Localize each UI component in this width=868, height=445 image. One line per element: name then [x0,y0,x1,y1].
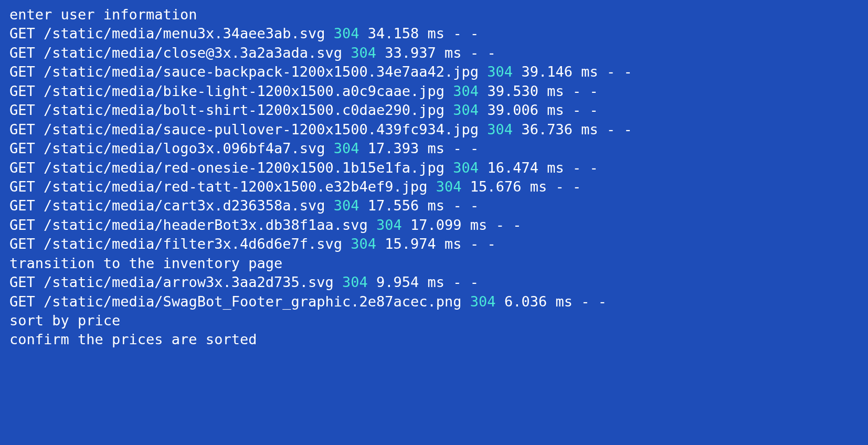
response-time: 17.393 ms [368,140,444,156]
request-path: /static/media/red-tatt-1200x1500.e32b4ef… [44,178,428,195]
response-time: 39.146 ms [521,63,598,80]
response-time: 39.006 ms [487,102,564,118]
request-path: /static/media/menu3x.34aee3ab.svg [44,25,325,41]
http-method: GET [9,63,35,80]
status-code: 304 [334,25,359,41]
log-suffix: - - [496,217,522,233]
status-code: 304 [487,63,513,80]
request-path: /static/media/filter3x.4d6d6e7f.svg [44,236,342,252]
response-time: 17.556 ms [368,197,444,214]
http-method: GET [9,236,35,252]
log-suffix: - - [453,25,479,41]
request-path: /static/media/bike-light-1200x1500.a0c9c… [44,83,444,99]
http-method: GET [9,121,35,137]
status-code: 304 [470,293,496,310]
http-method: GET [9,197,35,214]
log-line: GET /static/media/headerBot3x.db38f1aa.s… [9,216,859,235]
status-code: 304 [334,197,359,214]
log-suffix: - - [581,293,607,310]
log-message: transition to the inventory page [9,255,282,271]
response-time: 39.530 ms [487,83,564,99]
log-line: sort by price [9,311,859,330]
http-method: GET [9,25,35,41]
log-suffix: - - [555,178,581,195]
status-code: 304 [376,217,402,233]
response-time: 15.974 ms [385,236,461,252]
log-line: GET /static/media/cart3x.d236358a.svg 30… [9,196,859,215]
http-method: GET [9,102,35,118]
http-method: GET [9,83,35,99]
log-line: GET /static/media/logo3x.096bf4a7.svg 30… [9,139,859,158]
response-time: 34.158 ms [368,25,444,41]
http-method: GET [9,178,35,195]
status-code: 304 [436,178,462,195]
log-suffix: - - [470,236,496,252]
request-path: /static/media/sauce-backpack-1200x1500.3… [44,63,479,80]
log-suffix: - - [453,274,479,290]
log-message: enter user information [9,6,197,23]
log-line: transition to the inventory page [9,254,859,273]
http-method: GET [9,293,35,310]
response-time: 9.954 ms [376,274,444,290]
log-line: GET /static/media/sauce-backpack-1200x15… [9,62,859,81]
log-suffix: - - [573,83,598,99]
log-suffix: - - [453,197,479,214]
log-line: enter user information [9,5,859,24]
log-suffix: - - [470,45,496,61]
response-time: 33.937 ms [385,45,461,61]
log-suffix: - - [607,63,632,80]
response-time: 6.036 ms [504,293,573,310]
log-line: GET /static/media/bolt-shirt-1200x1500.c… [9,101,859,120]
status-code: 304 [351,236,376,252]
status-code: 304 [351,45,376,61]
response-time: 17.099 ms [410,217,487,233]
log-suffix: - - [573,102,598,118]
response-time: 16.474 ms [487,160,564,176]
log-message: confirm the prices are sorted [9,331,257,347]
request-path: /static/media/red-onesie-1200x1500.1b15e… [44,160,444,176]
status-code: 304 [334,140,359,156]
log-line: GET /static/media/arrow3x.3aa2d735.svg 3… [9,273,859,292]
response-time: 36.736 ms [521,121,598,137]
status-code: 304 [453,83,479,99]
request-path: /static/media/close@3x.3a2a3ada.svg [44,45,342,61]
request-path: /static/media/logo3x.096bf4a7.svg [44,140,325,156]
log-line: confirm the prices are sorted [9,330,859,349]
request-path: /static/media/sauce-pullover-1200x1500.4… [44,121,479,137]
log-line: GET /static/media/bike-light-1200x1500.a… [9,82,859,101]
response-time: 15.676 ms [470,178,547,195]
terminal-output[interactable]: enter user informationGET /static/media/… [9,5,859,349]
log-line: GET /static/media/filter3x.4d6d6e7f.svg … [9,235,859,253]
request-path: /static/media/cart3x.d236358a.svg [44,197,325,214]
log-line: GET /static/media/menu3x.34aee3ab.svg 30… [9,24,859,43]
http-method: GET [9,160,35,176]
status-code: 304 [487,121,513,137]
http-method: GET [9,217,35,233]
http-method: GET [9,274,35,290]
request-path: /static/media/arrow3x.3aa2d735.svg [44,274,334,290]
log-suffix: - - [573,160,598,176]
request-path: /static/media/SwagBot_Footer_graphic.2e8… [44,293,462,310]
log-message: sort by price [9,312,120,329]
log-line: GET /static/media/sauce-pullover-1200x15… [9,120,859,139]
log-line: GET /static/media/close@3x.3a2a3ada.svg … [9,44,859,62]
http-method: GET [9,140,35,156]
log-line: GET /static/media/red-tatt-1200x1500.e32… [9,177,859,196]
log-suffix: - - [453,140,479,156]
status-code: 304 [453,102,479,118]
status-code: 304 [342,274,368,290]
log-suffix: - - [607,121,632,137]
http-method: GET [9,45,35,61]
log-line: GET /static/media/SwagBot_Footer_graphic… [9,292,859,311]
request-path: /static/media/headerBot3x.db38f1aa.svg [44,217,368,233]
log-line: GET /static/media/red-onesie-1200x1500.1… [9,158,859,177]
status-code: 304 [453,160,479,176]
request-path: /static/media/bolt-shirt-1200x1500.c0dae… [44,102,444,118]
